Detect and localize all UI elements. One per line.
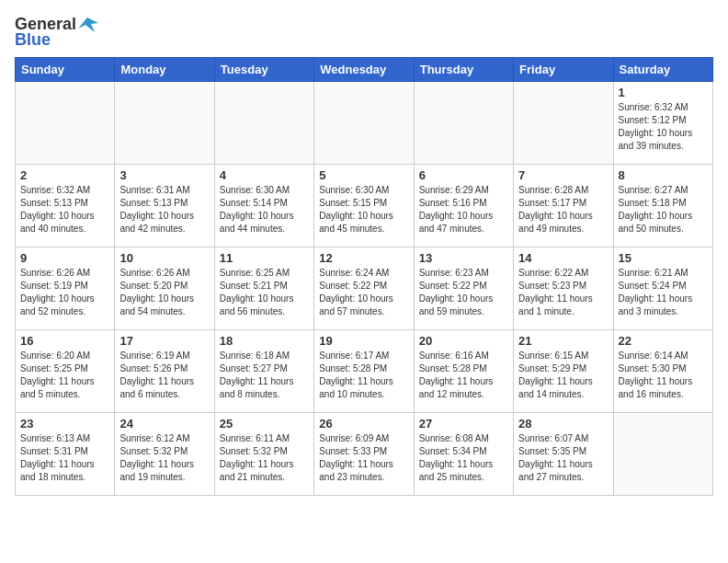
day-number: 27 [419,417,508,431]
calendar-cell: 16Sunrise: 6:20 AM Sunset: 5:25 PM Dayli… [16,330,115,413]
day-info: Sunrise: 6:32 AM Sunset: 5:12 PM Dayligh… [619,101,708,153]
logo-blue-text: Blue [15,30,98,50]
calendar-cell: 6Sunrise: 6:29 AM Sunset: 5:16 PM Daylig… [414,165,513,247]
day-number: 16 [20,334,109,348]
calendar-cell: 25Sunrise: 6:11 AM Sunset: 5:32 PM Dayli… [214,413,313,496]
calendar-cell [314,82,414,165]
calendar-cell: 2Sunrise: 6:32 AM Sunset: 5:13 PM Daylig… [16,165,115,247]
day-number: 10 [119,251,209,265]
day-info: Sunrise: 6:16 AM Sunset: 5:28 PM Dayligh… [419,350,508,401]
calendar-cell: 13Sunrise: 6:23 AM Sunset: 5:22 PM Dayli… [414,247,513,330]
calendar-cell: 9Sunrise: 6:26 AM Sunset: 5:19 PM Daylig… [16,247,115,330]
day-info: Sunrise: 6:24 AM Sunset: 5:22 PM Dayligh… [319,267,408,318]
day-number: 14 [518,251,608,265]
calendar-cell [613,413,712,496]
day-number: 23 [20,417,109,431]
weekday-header-sunday: Sunday [16,58,115,82]
day-number: 4 [220,168,309,182]
calendar-cell [214,82,313,165]
day-number: 2 [20,168,109,182]
calendar-cell: 4Sunrise: 6:30 AM Sunset: 5:14 PM Daylig… [214,165,313,247]
calendar-cell [16,82,115,165]
weekday-header-thursday: Thursday [414,58,513,82]
weekday-header-tuesday: Tuesday [214,58,313,82]
calendar-cell: 3Sunrise: 6:31 AM Sunset: 5:13 PM Daylig… [115,165,214,247]
week-row-2: 2Sunrise: 6:32 AM Sunset: 5:13 PM Daylig… [16,165,713,247]
weekday-header-saturday: Saturday [613,58,712,82]
calendar-cell: 5Sunrise: 6:30 AM Sunset: 5:15 PM Daylig… [314,165,414,247]
day-number: 1 [619,86,708,99]
day-info: Sunrise: 6:26 AM Sunset: 5:19 PM Dayligh… [20,267,109,318]
day-info: Sunrise: 6:22 AM Sunset: 5:23 PM Dayligh… [518,267,608,318]
calendar-cell: 14Sunrise: 6:22 AM Sunset: 5:23 PM Dayli… [514,247,613,330]
day-info: Sunrise: 6:08 AM Sunset: 5:34 PM Dayligh… [419,432,508,484]
weekday-header-row: SundayMondayTuesdayWednesdayThursdayFrid… [16,58,713,82]
calendar-cell: 17Sunrise: 6:19 AM Sunset: 5:26 PM Dayli… [115,330,214,413]
calendar-cell: 20Sunrise: 6:16 AM Sunset: 5:28 PM Dayli… [414,330,513,413]
week-row-5: 23Sunrise: 6:13 AM Sunset: 5:31 PM Dayli… [16,413,713,496]
day-info: Sunrise: 6:26 AM Sunset: 5:20 PM Dayligh… [119,267,209,318]
weekday-header-friday: Friday [514,58,613,82]
calendar-cell: 24Sunrise: 6:12 AM Sunset: 5:32 PM Dayli… [115,413,214,496]
day-number: 20 [419,334,508,348]
day-info: Sunrise: 6:12 AM Sunset: 5:32 PM Dayligh… [119,432,209,484]
weekday-header-wednesday: Wednesday [314,58,414,82]
day-number: 24 [119,417,209,431]
day-number: 19 [319,334,408,348]
day-info: Sunrise: 6:27 AM Sunset: 5:18 PM Dayligh… [619,184,708,236]
day-number: 11 [220,251,309,265]
day-number: 12 [319,251,408,265]
week-row-4: 16Sunrise: 6:20 AM Sunset: 5:25 PM Dayli… [16,330,713,413]
calendar-cell: 8Sunrise: 6:27 AM Sunset: 5:18 PM Daylig… [613,165,712,247]
day-info: Sunrise: 6:14 AM Sunset: 5:30 PM Dayligh… [619,350,708,401]
day-info: Sunrise: 6:07 AM Sunset: 5:35 PM Dayligh… [518,432,608,484]
day-info: Sunrise: 6:30 AM Sunset: 5:14 PM Dayligh… [220,184,309,236]
calendar-cell: 19Sunrise: 6:17 AM Sunset: 5:28 PM Dayli… [314,330,414,413]
calendar-cell: 23Sunrise: 6:13 AM Sunset: 5:31 PM Dayli… [16,413,115,496]
week-row-1: 1Sunrise: 6:32 AM Sunset: 5:12 PM Daylig… [16,82,713,165]
calendar-cell [514,82,613,165]
day-number: 28 [518,417,608,431]
day-number: 8 [619,168,708,182]
calendar-table: SundayMondayTuesdayWednesdayThursdayFrid… [15,57,713,496]
day-info: Sunrise: 6:20 AM Sunset: 5:25 PM Dayligh… [20,350,109,401]
day-number: 3 [119,168,209,182]
calendar-cell: 10Sunrise: 6:26 AM Sunset: 5:20 PM Dayli… [115,247,214,330]
day-info: Sunrise: 6:17 AM Sunset: 5:28 PM Dayligh… [319,350,408,401]
day-number: 6 [419,168,508,182]
calendar-cell [115,82,214,165]
day-info: Sunrise: 6:25 AM Sunset: 5:21 PM Dayligh… [220,267,309,318]
day-number: 22 [619,334,708,348]
day-info: Sunrise: 6:30 AM Sunset: 5:15 PM Dayligh… [319,184,408,236]
day-info: Sunrise: 6:09 AM Sunset: 5:33 PM Dayligh… [319,432,408,484]
day-number: 5 [319,168,408,182]
day-info: Sunrise: 6:21 AM Sunset: 5:24 PM Dayligh… [619,267,708,318]
week-row-3: 9Sunrise: 6:26 AM Sunset: 5:19 PM Daylig… [16,247,713,330]
calendar-cell: 22Sunrise: 6:14 AM Sunset: 5:30 PM Dayli… [613,330,712,413]
page-header: General Blue [15,15,713,50]
day-info: Sunrise: 6:13 AM Sunset: 5:31 PM Dayligh… [20,432,109,484]
calendar-cell: 12Sunrise: 6:24 AM Sunset: 5:22 PM Dayli… [314,247,414,330]
day-info: Sunrise: 6:29 AM Sunset: 5:16 PM Dayligh… [419,184,508,236]
day-info: Sunrise: 6:28 AM Sunset: 5:17 PM Dayligh… [518,184,608,236]
day-info: Sunrise: 6:31 AM Sunset: 5:13 PM Dayligh… [119,184,209,236]
calendar-cell: 7Sunrise: 6:28 AM Sunset: 5:17 PM Daylig… [514,165,613,247]
day-info: Sunrise: 6:23 AM Sunset: 5:22 PM Dayligh… [419,267,508,318]
day-info: Sunrise: 6:15 AM Sunset: 5:29 PM Dayligh… [518,350,608,401]
calendar-cell: 18Sunrise: 6:18 AM Sunset: 5:27 PM Dayli… [214,330,313,413]
logo: General Blue [15,15,98,50]
calendar-cell: 28Sunrise: 6:07 AM Sunset: 5:35 PM Dayli… [514,413,613,496]
calendar-cell: 11Sunrise: 6:25 AM Sunset: 5:21 PM Dayli… [214,247,313,330]
day-number: 18 [220,334,309,348]
calendar-cell: 21Sunrise: 6:15 AM Sunset: 5:29 PM Dayli… [514,330,613,413]
calendar-cell [414,82,513,165]
day-number: 26 [319,417,408,431]
day-number: 15 [619,251,708,265]
day-number: 9 [20,251,109,265]
calendar-cell: 15Sunrise: 6:21 AM Sunset: 5:24 PM Dayli… [613,247,712,330]
day-number: 7 [518,168,608,182]
calendar-cell: 26Sunrise: 6:09 AM Sunset: 5:33 PM Dayli… [314,413,414,496]
calendar-cell: 27Sunrise: 6:08 AM Sunset: 5:34 PM Dayli… [414,413,513,496]
weekday-header-monday: Monday [115,58,214,82]
day-number: 25 [220,417,309,431]
